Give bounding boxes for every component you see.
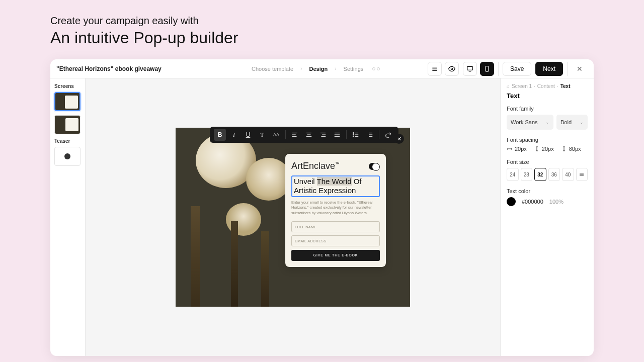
- crumb-text: Text: [560, 83, 571, 89]
- font-spacing-label: Font spacing: [507, 137, 588, 143]
- wizard-steps: Choose template › Design › Settings: [252, 66, 380, 72]
- breadcrumb: ⌂ Screen 1· Content· Text: [507, 83, 588, 89]
- chevron-right-icon: ›: [335, 66, 336, 71]
- align-right-icon[interactable]: [317, 129, 329, 141]
- screen-thumbnail-1[interactable]: [54, 92, 80, 111]
- list-bullet-icon[interactable]: [350, 129, 362, 141]
- letter-spacing[interactable]: 20px: [507, 146, 527, 152]
- size-more-icon[interactable]: [576, 168, 588, 181]
- campaign-name: "Ethereal Horizons" ebook giveaway: [56, 65, 248, 72]
- screens-label: Screens: [54, 83, 81, 89]
- size-32[interactable]: 32: [534, 168, 546, 181]
- home-icon[interactable]: ⌂: [507, 83, 510, 89]
- popup-heading: Unveil The World Of Artistic Expression: [294, 177, 377, 196]
- chevron-down-icon: ⌄: [545, 120, 549, 125]
- brand-name: ArtEnclave™: [291, 161, 340, 171]
- panel-title: Text: [507, 92, 588, 100]
- popup-preview: ✕ ArtEnclave™ Unveil The World Of Artist…: [176, 128, 410, 307]
- svg-rect-6: [486, 66, 489, 71]
- list-numbered-icon[interactable]: [364, 129, 376, 141]
- teaser-label: Teaser: [54, 138, 81, 144]
- close-icon[interactable]: ✕: [572, 61, 588, 77]
- preview-icon[interactable]: [445, 62, 459, 76]
- topbar: "Ethereal Horizons" ebook giveaway Choos…: [50, 59, 594, 78]
- align-justify-icon[interactable]: [331, 129, 343, 141]
- svg-point-19: [353, 133, 354, 134]
- font-weight-select[interactable]: Bold⌄: [556, 115, 588, 130]
- teaser-thumbnail[interactable]: [54, 147, 80, 166]
- desktop-icon[interactable]: [463, 62, 477, 76]
- redo-icon[interactable]: [382, 129, 394, 141]
- size-36[interactable]: 36: [548, 168, 560, 181]
- crumb-screen[interactable]: Screen 1: [512, 83, 532, 89]
- screen-thumbnail-2[interactable]: [54, 115, 80, 134]
- next-button[interactable]: Next: [535, 62, 563, 76]
- popup-card: ArtEnclave™ Unveil The World Of Artistic…: [285, 154, 386, 267]
- size-24[interactable]: 24: [507, 168, 519, 181]
- text-color-label: Text color: [507, 188, 588, 194]
- layout-icon[interactable]: [428, 62, 442, 76]
- line-height[interactable]: 20px: [534, 146, 554, 152]
- font-size-label: Font size: [507, 159, 588, 165]
- chevron-right-icon: ›: [300, 66, 302, 71]
- screens-sidebar: Screens Teaser: [50, 78, 86, 356]
- step-choose-template[interactable]: Choose template: [252, 66, 293, 72]
- app-window: "Ethereal Horizons" ebook giveaway Choos…: [50, 59, 594, 356]
- size-40[interactable]: 40: [562, 168, 574, 181]
- font-family-label: Font family: [507, 106, 588, 112]
- underline-button[interactable]: U: [242, 129, 254, 141]
- bold-button[interactable]: B: [214, 129, 226, 141]
- align-left-icon[interactable]: [289, 129, 301, 141]
- step-progress-dots: [372, 67, 380, 70]
- font-family-select[interactable]: Work Sans⌄: [507, 115, 553, 130]
- color-swatch[interactable]: [507, 197, 516, 206]
- svg-point-20: [353, 134, 354, 135]
- heading-selection[interactable]: Unveil The World Of Artistic Expression: [291, 175, 380, 197]
- submit-button[interactable]: GIVE ME THE E-BOOK: [291, 250, 380, 261]
- font-button[interactable]: T: [256, 129, 268, 141]
- svg-point-3: [451, 68, 453, 70]
- crumb-content[interactable]: Content: [537, 83, 555, 89]
- save-button[interactable]: Save: [503, 62, 531, 76]
- paragraph-spacing[interactable]: 80px: [561, 146, 581, 152]
- case-button[interactable]: AA: [270, 129, 282, 141]
- brand-logo-icon: [369, 162, 380, 170]
- step-design[interactable]: Design: [309, 66, 328, 72]
- popup-description: Enter your email to receive the e-book, …: [291, 200, 380, 217]
- design-canvas: ✕ ArtEnclave™ Unveil The World Of Artist…: [86, 78, 500, 356]
- name-input[interactable]: FULL NAME: [291, 221, 380, 232]
- align-center-icon[interactable]: [303, 129, 315, 141]
- mobile-icon[interactable]: [480, 62, 494, 76]
- properties-panel: ⌂ Screen 1· Content· Text Text Font fami…: [500, 78, 594, 356]
- svg-point-21: [353, 136, 354, 137]
- promo-subtitle: Create your campaign easily with: [50, 15, 594, 27]
- email-input[interactable]: EMAIL ADDRESS: [291, 235, 380, 246]
- svg-rect-4: [467, 66, 473, 70]
- text-edit-toolbar: B I U T AA: [210, 127, 398, 143]
- italic-button[interactable]: I: [228, 129, 240, 141]
- step-settings[interactable]: Settings: [344, 66, 364, 72]
- promo-title: An intuitive Pop-up builder: [50, 29, 594, 47]
- color-opacity[interactable]: 100%: [549, 199, 564, 205]
- size-28[interactable]: 28: [521, 168, 533, 181]
- color-hex[interactable]: #000000: [522, 199, 543, 205]
- chevron-down-icon: ⌄: [580, 120, 584, 125]
